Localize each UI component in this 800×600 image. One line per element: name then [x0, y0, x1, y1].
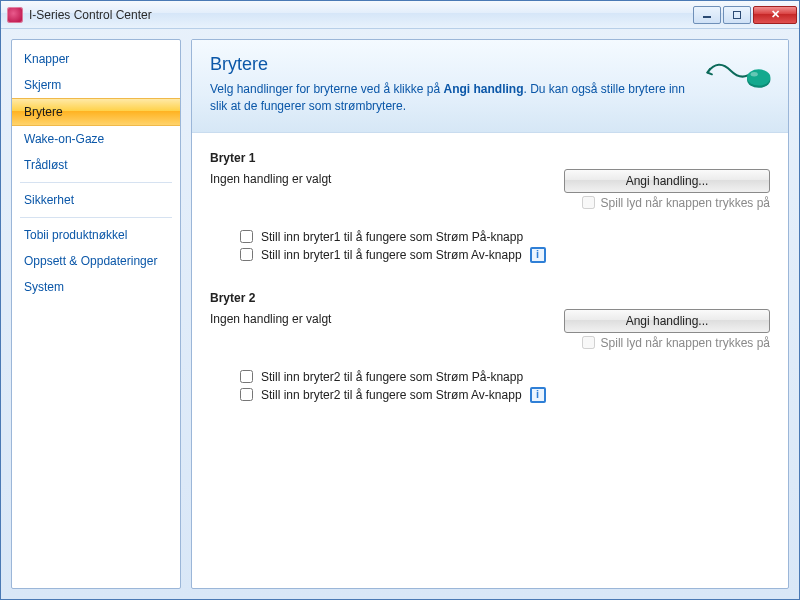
- switch-group-1: Bryter 1 Ingen handling er valgt Angi ha…: [210, 151, 770, 263]
- body: Knapper Skjerm Brytere Wake-on-Gaze Tråd…: [1, 29, 799, 599]
- main-panel: Brytere Velg handlinger for bryterne ved…: [191, 39, 789, 589]
- switch2-power-off-row: Still inn bryter2 til å fungere som Strø…: [210, 387, 770, 403]
- sidebar-item-brytere[interactable]: Brytere: [12, 98, 180, 126]
- switch2-power-off-label: Still inn bryter2 til å fungere som Strø…: [261, 388, 522, 402]
- sidebar-item-tradlost[interactable]: Trådløst: [12, 152, 180, 178]
- switch1-action-col: Angi handling... Spill lyd når knappen t…: [564, 169, 770, 210]
- switch-group-2: Bryter 2 Ingen handling er valgt Angi ha…: [210, 291, 770, 403]
- switch1-status: Ingen handling er valgt: [210, 169, 564, 186]
- switch2-play-sound-label: Spill lyd når knappen trykkes på: [601, 336, 770, 350]
- switch2-action-col: Angi handling... Spill lyd når knappen t…: [564, 309, 770, 350]
- sidebar-item-oppsett[interactable]: Oppsett & Oppdateringer: [12, 248, 180, 274]
- switch1-power-off-label: Still inn bryter1 til å fungere som Strø…: [261, 248, 522, 262]
- switch1-status-row: Ingen handling er valgt Angi handling...…: [210, 169, 770, 210]
- sidebar-item-sikkerhet[interactable]: Sikkerhet: [12, 187, 180, 213]
- switch1-power-on-row: Still inn bryter1 til å fungere som Strø…: [210, 230, 770, 244]
- sidebar-item-skjerm[interactable]: Skjerm: [12, 72, 180, 98]
- window-buttons: ✕: [693, 6, 797, 24]
- switch2-power-off-checkbox[interactable]: [240, 388, 253, 401]
- switch1-set-action-button[interactable]: Angi handling...: [564, 169, 770, 193]
- switch1-options: Still inn bryter1 til å fungere som Strø…: [210, 230, 770, 263]
- close-button[interactable]: ✕: [753, 6, 797, 24]
- switch1-power-off-row: Still inn bryter1 til å fungere som Strø…: [210, 247, 770, 263]
- desc-pre: Velg handlinger for bryterne ved å klikk…: [210, 82, 443, 96]
- content-area: Bryter 1 Ingen handling er valgt Angi ha…: [192, 133, 788, 588]
- info-icon[interactable]: i: [530, 387, 546, 403]
- svg-point-2: [751, 72, 758, 77]
- app-icon: [7, 7, 23, 23]
- switch2-set-action-button[interactable]: Angi handling...: [564, 309, 770, 333]
- switch2-play-sound: Spill lyd når knappen trykkes på: [564, 336, 770, 350]
- minimize-icon: [703, 16, 711, 18]
- maximize-icon: [733, 11, 741, 19]
- window-title: I-Series Control Center: [29, 8, 693, 22]
- switch2-power-on-checkbox[interactable]: [240, 370, 253, 383]
- info-icon[interactable]: i: [530, 247, 546, 263]
- page-description: Velg handlinger for bryterne ved å klikk…: [210, 81, 690, 116]
- switch1-play-sound: Spill lyd når knappen trykkes på: [564, 196, 770, 210]
- switch-header-icon: [702, 54, 774, 100]
- close-icon: ✕: [771, 8, 780, 21]
- sidebar-separator: [20, 217, 172, 218]
- page-title: Brytere: [210, 54, 770, 75]
- sidebar: Knapper Skjerm Brytere Wake-on-Gaze Tråd…: [11, 39, 181, 589]
- switch1-power-on-checkbox[interactable]: [240, 230, 253, 243]
- desc-bold: Angi handling: [443, 82, 523, 96]
- switch2-status: Ingen handling er valgt: [210, 309, 564, 326]
- switch2-options: Still inn bryter2 til å fungere som Strø…: [210, 370, 770, 403]
- switch2-power-on-row: Still inn bryter2 til å fungere som Strø…: [210, 370, 770, 384]
- switch1-title: Bryter 1: [210, 151, 770, 165]
- sidebar-item-knapper[interactable]: Knapper: [12, 46, 180, 72]
- switch2-status-row: Ingen handling er valgt Angi handling...…: [210, 309, 770, 350]
- switch1-play-sound-label: Spill lyd når knappen trykkes på: [601, 196, 770, 210]
- page-header: Brytere Velg handlinger for bryterne ved…: [192, 40, 788, 133]
- app-window: I-Series Control Center ✕ Knapper Skjerm…: [0, 0, 800, 600]
- sidebar-separator: [20, 182, 172, 183]
- titlebar: I-Series Control Center ✕: [1, 1, 799, 29]
- sidebar-item-system[interactable]: System: [12, 274, 180, 300]
- sidebar-item-produktnokkel[interactable]: Tobii produktnøkkel: [12, 222, 180, 248]
- sidebar-item-wake-on-gaze[interactable]: Wake-on-Gaze: [12, 126, 180, 152]
- svg-point-1: [747, 69, 770, 85]
- maximize-button[interactable]: [723, 6, 751, 24]
- switch1-power-on-label: Still inn bryter1 til å fungere som Strø…: [261, 230, 523, 244]
- switch2-title: Bryter 2: [210, 291, 770, 305]
- switch1-power-off-checkbox[interactable]: [240, 248, 253, 261]
- switch2-power-on-label: Still inn bryter2 til å fungere som Strø…: [261, 370, 523, 384]
- switch1-play-sound-checkbox: [582, 196, 595, 209]
- minimize-button[interactable]: [693, 6, 721, 24]
- switch2-play-sound-checkbox: [582, 336, 595, 349]
